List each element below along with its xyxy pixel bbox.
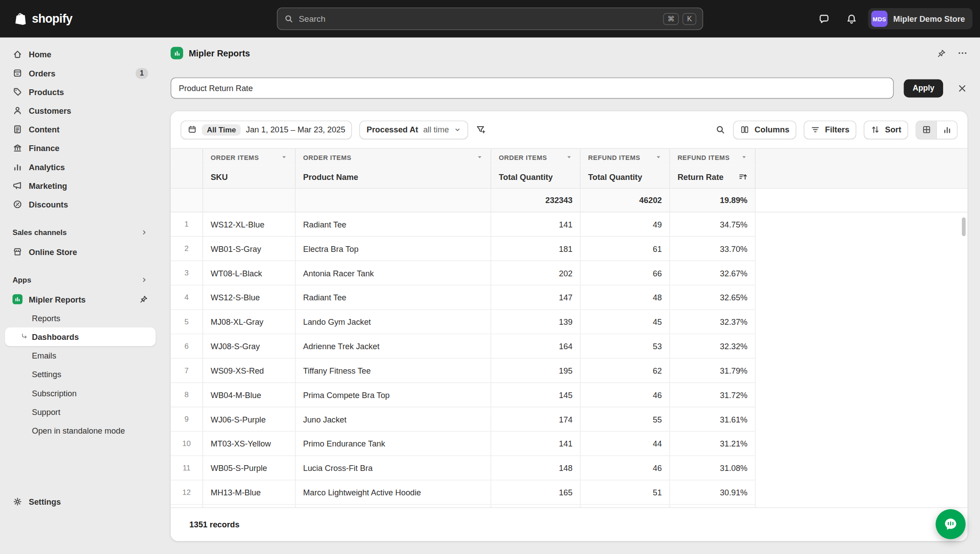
pin-icon[interactable]	[140, 295, 148, 304]
row-number: 8	[171, 383, 203, 407]
pin-icon[interactable]	[937, 48, 946, 58]
shopify-wordmark: shopify	[32, 12, 72, 26]
sku-cell: WB04-M-Blue	[203, 383, 296, 407]
orders-count-badge: 1	[136, 68, 148, 79]
table-row-partial	[171, 505, 968, 507]
group-label: REFUND ITEMS	[588, 153, 640, 161]
sidebar-item-label: Content	[29, 125, 60, 134]
sku-cell: WS12-XL-Blue	[203, 212, 296, 237]
sidebar-subitem-reports[interactable]: Reports	[5, 309, 156, 327]
sidebar-subitem-settings[interactable]: Settings	[5, 365, 156, 383]
sidebar-item-content[interactable]: Content	[5, 120, 156, 139]
columns-button[interactable]: Columns	[733, 120, 796, 139]
store-name: Mipler Demo Store	[893, 14, 965, 24]
column-header-sku[interactable]: SKU	[203, 166, 296, 189]
sidebar-subitem-subscription[interactable]: Subscription	[5, 383, 156, 402]
column-label: Product Name	[303, 172, 358, 181]
chart-view-button[interactable]	[936, 121, 957, 138]
columns-icon	[740, 125, 750, 134]
apply-button[interactable]: Apply	[904, 79, 943, 97]
sidebar-item-home[interactable]: Home	[5, 45, 156, 64]
order-quantity-cell: 148	[491, 456, 580, 481]
summary-return-rate: 19.89%	[670, 189, 756, 212]
shopify-logo[interactable]: shopify	[12, 0, 72, 37]
chevron-down-icon[interactable]	[280, 154, 287, 160]
store-menu[interactable]: MDS Mipler Demo Store	[868, 8, 972, 29]
column-group-order-items-qty[interactable]: ORDER ITEMS	[491, 149, 580, 166]
refund-quantity-cell: 44	[580, 432, 670, 456]
table-scrollbar-thumb[interactable]	[962, 217, 965, 236]
sidebar-item-marketing[interactable]: Marketing	[5, 176, 156, 195]
report-name-input[interactable]	[171, 77, 894, 99]
sidebar-subitem-emails[interactable]: Emails	[5, 346, 156, 365]
sidebar-footer: Settings	[0, 492, 160, 511]
records-count: 1351 records	[189, 520, 240, 529]
apps-header[interactable]: Apps	[5, 271, 156, 288]
sidebar-item-analytics[interactable]: Analytics	[5, 157, 156, 176]
sidebar-item-customers[interactable]: Customers	[5, 101, 156, 120]
sidebar-item-settings[interactable]: Settings	[5, 492, 156, 511]
sort-label: Sort	[885, 125, 901, 134]
global-search-input[interactable]: Search ⌘ K	[277, 8, 703, 30]
table-row: 10 MT03-XS-Yellow Primo Endurance Tank 1…	[171, 432, 968, 456]
sort-arrows-icon	[871, 125, 880, 134]
sidebar-item-mipler-reports[interactable]: Mipler Reports	[5, 290, 156, 309]
notifications-button[interactable]	[841, 8, 862, 29]
sidebar-subitem-standalone[interactable]: Open in standalone mode	[5, 421, 156, 440]
sales-channels-header[interactable]: Sales channels	[5, 223, 156, 241]
sidebar-item-orders[interactable]: Orders 1	[5, 64, 156, 82]
sidebar-item-label: Marketing	[29, 181, 67, 190]
add-filter-icon[interactable]	[476, 124, 487, 135]
column-header-refund-total-quantity[interactable]: Total Quantity	[580, 166, 670, 189]
column-group-order-items-sku[interactable]: ORDER ITEMS	[203, 149, 296, 166]
column-header-return-rate[interactable]: Return Rate	[670, 166, 756, 189]
page-header: Mipler Reports	[171, 44, 968, 62]
row-number: 10	[171, 432, 203, 456]
table-row: 2 WB01-S-Gray Electra Bra Top 181 61 33.…	[171, 237, 968, 261]
date-range-picker[interactable]: All Time Jan 1, 2015 – Mar 23, 2025	[180, 120, 352, 139]
chevron-down-icon[interactable]	[655, 154, 662, 160]
column-header-product-name[interactable]: Product Name	[296, 166, 491, 189]
column-group-order-items-product[interactable]: ORDER ITEMS	[296, 149, 491, 166]
row-number: 2	[171, 237, 203, 261]
table-row: 7 WS09-XS-Red Tiffany Fitness Tee 195 62…	[171, 359, 968, 383]
sidebar-subitem-dashboards[interactable]: Dashboards	[5, 327, 156, 346]
processed-at-dropdown[interactable]: Processed At all time	[360, 120, 468, 139]
product-name-cell	[296, 505, 491, 507]
sku-cell: WS12-S-Blue	[203, 286, 296, 310]
filters-button[interactable]: Filters	[804, 120, 856, 139]
refund-quantity-cell: 46	[580, 456, 670, 481]
sidebar-subitem-support[interactable]: Support	[5, 403, 156, 421]
chevron-down-icon[interactable]	[476, 154, 483, 160]
column-header-order-total-quantity[interactable]: Total Quantity	[491, 166, 580, 189]
close-icon[interactable]	[957, 83, 968, 93]
row-filler-cell	[756, 334, 968, 359]
chat-launcher-button[interactable]	[936, 509, 966, 539]
sidebar-item-discounts[interactable]: Discounts	[5, 195, 156, 214]
subitem-label: Dashboards	[32, 332, 79, 341]
chevron-down-icon[interactable]	[566, 154, 572, 160]
column-group-refund-items-rate[interactable]: REFUND ITEMS	[670, 149, 756, 166]
return-rate-cell: 31.79%	[670, 359, 756, 383]
sort-button[interactable]: Sort	[864, 120, 908, 139]
chevron-down-icon[interactable]	[740, 154, 747, 160]
order-quantity-cell: 145	[491, 383, 580, 407]
table-row: 5 MJ08-XL-Gray Lando Gym Jacket 139 45 3…	[171, 310, 968, 335]
sidebar-item-online-store[interactable]: Online Store	[5, 243, 156, 261]
table-view-button[interactable]	[916, 121, 936, 138]
sidebar-item-finance[interactable]: Finance	[5, 139, 156, 157]
row-number: 6	[171, 334, 203, 359]
sidebar-item-products[interactable]: Products	[5, 83, 156, 101]
table-row: 3 WT08-L-Black Antonia Racer Tank 202 66…	[171, 261, 968, 286]
return-rate-cell: 31.72%	[670, 383, 756, 407]
chevron-right-icon	[140, 229, 148, 236]
inbox-chat-button[interactable]	[813, 8, 835, 29]
product-name-cell: Radiant Tee	[296, 286, 491, 310]
table-search-icon[interactable]	[715, 124, 726, 135]
sku-cell: WB01-S-Gray	[203, 237, 296, 261]
sort-descending-icon[interactable]	[738, 172, 748, 181]
sidebar-item-label: Products	[29, 87, 64, 96]
group-label: ORDER ITEMS	[211, 153, 259, 161]
column-group-refund-items-qty[interactable]: REFUND ITEMS	[580, 149, 670, 166]
more-actions-icon[interactable]	[957, 48, 968, 58]
